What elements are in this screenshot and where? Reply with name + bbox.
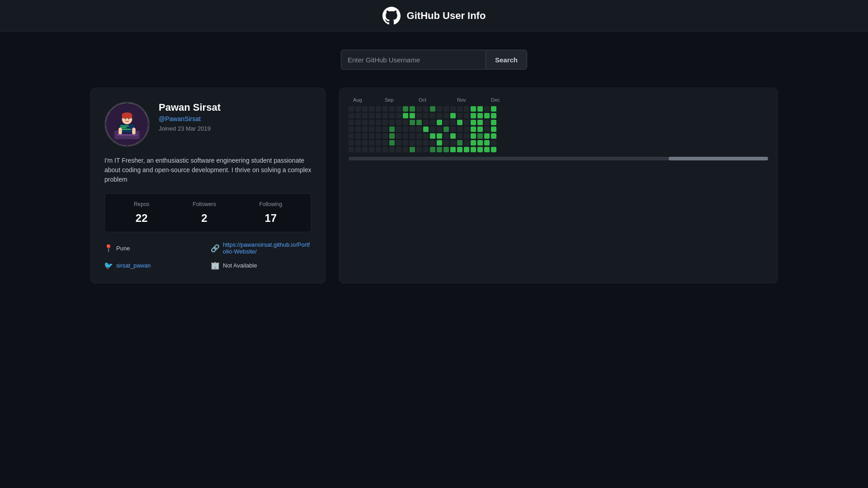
svg-rect-14: [132, 128, 136, 135]
graph-column: [484, 106, 490, 152]
graph-cell: [437, 147, 442, 152]
graph-cell: [430, 113, 435, 118]
graph-cell: [464, 113, 469, 118]
graph-column: [389, 106, 395, 152]
graph-cell: [349, 120, 354, 125]
graph-cell: [491, 106, 496, 112]
graph-cell: [382, 147, 388, 152]
graph-column: [423, 106, 429, 152]
followers-value: 2: [193, 212, 216, 225]
graph-cell: [443, 106, 449, 112]
graph-cell: [477, 133, 483, 139]
graph-cell: [396, 147, 401, 152]
twitter-link[interactable]: sirsat_pawan: [116, 262, 151, 269]
graph-column: [369, 106, 374, 152]
app-header: GitHub User Info: [0, 0, 868, 32]
graph-cell: [437, 127, 442, 132]
location-item: 📍 Pune: [104, 241, 205, 255]
graph-cell: [382, 133, 388, 139]
graph-cell: [423, 120, 429, 125]
graph-cell: [362, 113, 368, 118]
graph-cell: [403, 106, 408, 112]
graph-cell: [450, 140, 456, 145]
graph-cell: [362, 127, 368, 132]
search-button[interactable]: Search: [486, 50, 527, 70]
graph-cell: [491, 147, 496, 152]
month-label: Sep: [385, 97, 394, 103]
graph-cell: [430, 127, 435, 132]
extra-info: 📍 Pune 🔗 https://pawansirsat.github.io/P…: [104, 241, 311, 269]
graph-cell: [471, 140, 476, 145]
profile-name: Pawan Sirsat: [159, 102, 311, 113]
location-text: Pune: [116, 245, 130, 252]
graph-cell: [464, 147, 469, 152]
svg-point-12: [128, 118, 129, 119]
svg-rect-10: [122, 115, 132, 118]
graph-cell: [349, 106, 354, 112]
graph-cell: [423, 113, 429, 118]
graph-cell: [376, 140, 381, 145]
graph-cell: [416, 113, 422, 118]
graph-cell: [491, 140, 496, 145]
search-input[interactable]: [341, 50, 486, 70]
graph-cell: [382, 106, 388, 112]
graph-cell: [389, 106, 395, 112]
graph-cell: [464, 106, 469, 112]
graph-cell: [362, 133, 368, 139]
graph-cell: [430, 106, 435, 112]
graph-cell: [471, 147, 476, 152]
followers-label: Followers: [193, 201, 216, 207]
graph-cell: [396, 106, 401, 112]
graph-cell: [443, 147, 449, 152]
graph-cell: [396, 127, 401, 132]
graph-cell: [423, 127, 429, 132]
profile-username-link[interactable]: @PawanSirsat: [159, 115, 311, 122]
graph-cell: [457, 147, 462, 152]
svg-rect-4: [120, 126, 129, 127]
graph-column: [437, 106, 442, 152]
graph-cell: [477, 113, 483, 118]
graph-cell: [389, 133, 395, 139]
graph-cell: [410, 147, 415, 152]
graph-column: [362, 106, 368, 152]
graph-cell: [437, 133, 442, 139]
location-icon: 📍: [104, 244, 113, 252]
graph-area: [349, 106, 768, 152]
graph-cell: [396, 140, 401, 145]
graph-cell: [423, 106, 429, 112]
graph-column: [464, 106, 469, 152]
graph-cell: [396, 133, 401, 139]
graph-cell: [362, 106, 368, 112]
profile-header: Pawan Sirsat @PawanSirsat Joined 23 Mar …: [104, 102, 311, 147]
website-item: 🔗 https://pawansirsat.github.io/Portfoli…: [211, 241, 311, 255]
graph-cell: [369, 113, 374, 118]
graph-cell: [491, 113, 496, 118]
graph-cell: [349, 133, 354, 139]
main-content: Pawan Sirsat @PawanSirsat Joined 23 Mar …: [0, 88, 868, 283]
graph-cell: [403, 113, 408, 118]
graph-cell: [376, 133, 381, 139]
graph-cell: [471, 120, 476, 125]
twitter-item: 🐦 sirsat_pawan: [104, 261, 205, 269]
graph-cell: [410, 133, 415, 139]
graph-cell: [484, 140, 490, 145]
profile-bio: I'm IT Fresher, an enthusiastic software…: [104, 156, 311, 184]
profile-info: Pawan Sirsat @PawanSirsat Joined 23 Mar …: [159, 102, 311, 132]
graph-cell: [355, 147, 361, 152]
graph-column: [403, 106, 408, 152]
graph-cell: [369, 120, 374, 125]
graph-column: [477, 106, 483, 152]
avatar-image: [106, 103, 148, 145]
graph-column: [355, 106, 361, 152]
graph-cell: [430, 120, 435, 125]
graph-cell: [403, 140, 408, 145]
graph-cell: [382, 113, 388, 118]
scrollbar-track[interactable]: [349, 157, 768, 160]
graph-cell: [457, 113, 462, 118]
graph-cell: [362, 120, 368, 125]
followers-stat: Followers 2: [193, 201, 216, 225]
graph-cell: [423, 147, 429, 152]
graph-cell: [430, 140, 435, 145]
graph-cell: [477, 106, 483, 112]
website-link[interactable]: https://pawansirsat.github.io/Portfolio-…: [223, 241, 311, 255]
